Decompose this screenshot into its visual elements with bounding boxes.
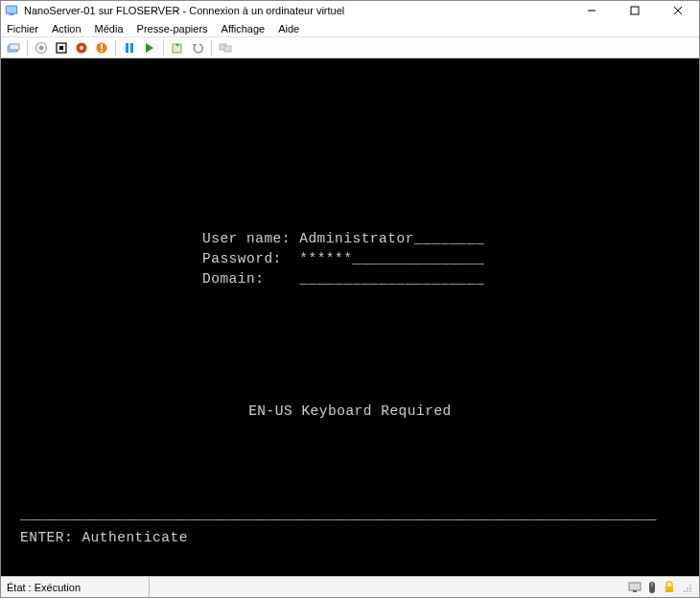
close-button[interactable] bbox=[656, 1, 699, 20]
svg-point-35 bbox=[689, 590, 691, 592]
revert-button[interactable] bbox=[189, 39, 206, 57]
save-button[interactable] bbox=[93, 39, 110, 57]
svg-rect-24 bbox=[224, 46, 231, 52]
shutdown-button[interactable] bbox=[73, 39, 90, 57]
svg-point-14 bbox=[80, 46, 83, 50]
svg-point-34 bbox=[687, 590, 688, 592]
keyboard-message: EN-US Keyboard Required bbox=[1, 403, 699, 419]
checkpoint-button[interactable] bbox=[169, 39, 186, 57]
app-icon bbox=[5, 4, 18, 17]
reset-button[interactable] bbox=[141, 39, 158, 57]
menu-presse-papiers[interactable]: Presse-papiers bbox=[137, 23, 208, 34]
svg-point-30 bbox=[689, 585, 691, 586]
enter-prompt: ENTER: Authenticate bbox=[20, 530, 188, 545]
maximize-button[interactable] bbox=[613, 1, 656, 20]
statusbar: État : Exécution bbox=[1, 576, 699, 597]
status-text: État : Exécution bbox=[1, 577, 150, 597]
lock-icon bbox=[662, 580, 676, 594]
password-value[interactable]: ****** bbox=[299, 251, 352, 266]
toolbar-separator bbox=[211, 40, 212, 56]
login-form: User name: Administrator________ Passwor… bbox=[202, 229, 484, 289]
toolbar-separator bbox=[27, 40, 28, 56]
start-button[interactable] bbox=[33, 39, 50, 57]
menu-media[interactable]: Média bbox=[95, 23, 124, 34]
username-label: User name: bbox=[202, 231, 291, 246]
display-icon bbox=[627, 580, 642, 594]
ctrl-alt-del-button[interactable] bbox=[5, 39, 22, 57]
svg-point-17 bbox=[101, 50, 103, 52]
svg-rect-2 bbox=[9, 14, 13, 15]
window-title: NanoServer-01 sur FLOSERVER - Connexion … bbox=[24, 5, 570, 16]
svg-rect-4 bbox=[631, 7, 639, 14]
enhanced-session-button[interactable] bbox=[217, 39, 234, 57]
menu-aide[interactable]: Aide bbox=[278, 23, 299, 34]
svg-rect-16 bbox=[101, 44, 103, 49]
vm-console[interactable]: User name: Administrator________ Passwor… bbox=[1, 58, 699, 576]
svg-rect-18 bbox=[126, 43, 128, 53]
svg-point-31 bbox=[687, 587, 688, 589]
toolbar bbox=[1, 37, 699, 58]
svg-point-33 bbox=[684, 590, 686, 592]
svg-rect-28 bbox=[651, 583, 652, 586]
svg-point-32 bbox=[689, 587, 691, 589]
menubar: Fichier Action Média Presse-papiers Affi… bbox=[1, 20, 699, 37]
separator-line: ________________________________________… bbox=[20, 507, 680, 522]
svg-point-10 bbox=[39, 45, 44, 50]
svg-rect-25 bbox=[629, 583, 641, 590]
svg-rect-8 bbox=[10, 44, 19, 50]
menu-affichage[interactable]: Affichage bbox=[222, 23, 266, 34]
svg-rect-12 bbox=[59, 46, 63, 50]
svg-rect-1 bbox=[7, 7, 17, 13]
mouse-icon bbox=[644, 580, 659, 594]
svg-marker-20 bbox=[146, 43, 153, 53]
menu-fichier[interactable]: Fichier bbox=[7, 23, 38, 34]
minimize-button[interactable] bbox=[570, 1, 613, 20]
menu-action[interactable]: Action bbox=[52, 23, 82, 34]
titlebar: NanoServer-01 sur FLOSERVER - Connexion … bbox=[1, 1, 699, 20]
password-label: Password: bbox=[202, 251, 282, 266]
svg-rect-26 bbox=[633, 590, 637, 592]
turn-off-button[interactable] bbox=[53, 39, 70, 57]
svg-rect-19 bbox=[130, 43, 133, 53]
domain-label: Domain: bbox=[202, 271, 264, 287]
username-value[interactable]: Administrator bbox=[299, 231, 414, 246]
svg-rect-29 bbox=[665, 586, 673, 592]
svg-marker-22 bbox=[193, 44, 197, 47]
toolbar-separator bbox=[115, 40, 116, 56]
toolbar-separator bbox=[163, 40, 164, 56]
resize-grip-icon[interactable] bbox=[679, 580, 693, 594]
pause-button[interactable] bbox=[121, 39, 138, 57]
